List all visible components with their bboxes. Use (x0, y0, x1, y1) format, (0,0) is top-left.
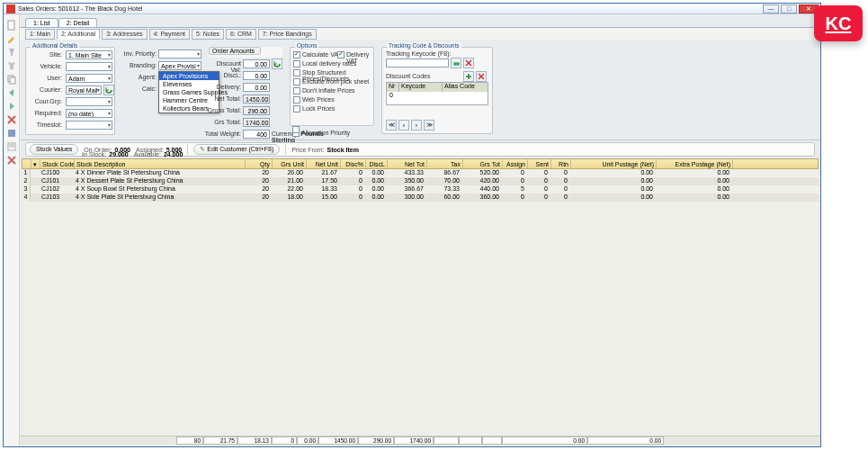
agent-label: Agent: (119, 74, 157, 80)
tab-crm[interactable]: 6: CRM (226, 29, 256, 40)
tab-addresses[interactable]: 3: Addresses (102, 29, 147, 40)
grid-header: ▾ Stock Code Stock Description Qty Grs U… (22, 158, 819, 169)
discl-input[interactable]: 0.00 (243, 71, 270, 80)
foot-tax: 290.00 (358, 436, 394, 445)
courier-refresh-button[interactable] (103, 85, 114, 95)
calculate-vat-check[interactable] (293, 51, 300, 58)
hdr-sent[interactable]: Sent (528, 159, 551, 168)
available-value: 24.000 (164, 151, 183, 158)
tab-list[interactable]: 1: List (25, 18, 58, 27)
courier-combo[interactable]: Royal Mail (66, 86, 102, 94)
new-icon[interactable] (6, 20, 17, 31)
minimize-button[interactable]: — (763, 4, 779, 14)
shirt-icon[interactable] (6, 60, 17, 71)
ntotal-value: 1450.00 (243, 94, 270, 104)
exclude-pick-label: Exclude from pick sheet (302, 78, 369, 85)
disc-hdr-alias: Alias Code (443, 83, 488, 92)
hdr-qty[interactable]: Qty (246, 159, 273, 168)
foot-gru: 21.75 (203, 436, 237, 445)
foot-ep: 0.00 (587, 436, 664, 445)
discount-delete-button[interactable] (476, 71, 487, 82)
lock-prices-check[interactable] (293, 105, 300, 112)
calc-label: Calc: (119, 86, 157, 92)
hdr-extra-postage[interactable]: Extra Postage (Net) (657, 159, 733, 168)
hdr-net-tot[interactable]: Net Tot (388, 159, 427, 168)
required-combo[interactable]: (no date) (66, 109, 112, 118)
stop-structured-check[interactable] (293, 69, 300, 76)
table-row[interactable]: 4CJ1034 X Side Plate St Petersburg China… (22, 194, 819, 202)
options-group: Options Calculate VAT Delivery VAT Local… (290, 47, 374, 126)
discount-add-button[interactable] (463, 71, 474, 82)
stock-values-button[interactable]: Stock Values (30, 144, 78, 155)
disc-last-button[interactable]: ≫ (424, 120, 434, 130)
allocation-priority-check2[interactable] (292, 126, 300, 133)
discount-grid[interactable]: Nr Keycode Alias Code 0 (386, 82, 488, 105)
tab-additional[interactable]: 2: Additional (57, 29, 100, 40)
foot-asn (434, 436, 459, 445)
courgrp-combo[interactable] (66, 97, 112, 106)
save-icon[interactable] (6, 128, 17, 139)
tab-price-bandings[interactable]: 7: Price Bandings (258, 29, 317, 40)
delivery-vat-check[interactable] (337, 51, 345, 58)
table-row[interactable]: 2CJ1014 X Dessert Plate St Petersburg Ch… (22, 177, 819, 185)
exclude-pick-check[interactable] (293, 78, 300, 86)
disc-hdr-nr: Nr (387, 83, 399, 92)
tab-notes[interactable]: 5: Notes (192, 29, 224, 40)
left-icon[interactable] (6, 87, 17, 98)
glass-icon[interactable] (6, 47, 17, 58)
table-row[interactable]: 1CJ1004 X Dinner Plate St Petersburg Chi… (22, 169, 819, 177)
hdr-rtn[interactable]: Rtn (551, 159, 571, 168)
tab-detail[interactable]: 2: Detail (58, 18, 98, 27)
local-delivery-check[interactable] (293, 60, 300, 68)
hdr-net-unit[interactable]: Net Unit (307, 159, 341, 168)
details-pane: Additional Details Site: 1. Main Site Ve… (20, 40, 820, 140)
keycode-delete-button[interactable] (463, 58, 474, 68)
site-combo[interactable]: 1. Main Site (66, 50, 112, 59)
line-items-grid[interactable]: ▾ Stock Code Stock Description Qty Grs U… (22, 158, 819, 446)
totalw-input[interactable]: 400 (243, 130, 270, 139)
table-row[interactable]: 3CJ1024 X Soup Bowl St Petersburg China2… (22, 185, 819, 194)
discount-codes-label: Discount Codes (386, 73, 430, 79)
tab-payment[interactable]: 4: Payment (149, 29, 190, 40)
required-label: Required: (35, 110, 62, 116)
branding-label: Branding: (119, 62, 157, 68)
keycode-input[interactable] (386, 58, 449, 68)
left-toolbar (4, 14, 20, 446)
user-combo[interactable]: Adam (66, 74, 112, 83)
disc-first-button[interactable]: ≪ (386, 120, 397, 130)
web-prices-check[interactable] (293, 96, 300, 104)
delivery-input[interactable]: 0.00 (243, 83, 270, 92)
disc-next-button[interactable]: › (411, 120, 422, 130)
keycode-find-button[interactable] (451, 58, 461, 68)
list-icon[interactable] (6, 141, 17, 152)
hdr-tax[interactable]: Tax (427, 159, 463, 168)
window-titlebar: Sales Orders: 501612 - The Black Dog Hot… (4, 4, 820, 14)
delete-icon[interactable] (6, 114, 17, 125)
hdr-disc[interactable]: DiscL (366, 159, 388, 168)
keycode-label: Tracking Keycode (F8): (386, 50, 452, 57)
hdr-grs-tot[interactable]: Grs Tot (463, 159, 503, 168)
dont-inflate-check[interactable] (293, 87, 300, 94)
right-icon[interactable] (6, 101, 17, 112)
cancel-icon[interactable] (6, 155, 17, 166)
hdr-stock-code[interactable]: Stock Code (40, 159, 75, 168)
branding-combo[interactable]: Apex Provisi (158, 61, 201, 70)
vehicle-combo[interactable] (66, 62, 112, 71)
maximize-button[interactable]: □ (781, 4, 797, 14)
edit-icon[interactable] (6, 33, 17, 44)
hdr-disc-pct[interactable]: Disc% (341, 159, 366, 168)
discval-refresh-button[interactable] (272, 58, 282, 69)
hdr-grs-unit[interactable]: Grs Unit (273, 159, 307, 168)
invpriority-combo[interactable] (158, 50, 201, 58)
disc-prev-button[interactable]: ‹ (398, 120, 409, 130)
discval-input[interactable]: 0.00 (243, 59, 270, 68)
foot-dpc: 0 (272, 436, 297, 445)
hdr-stock-desc[interactable]: Stock Description (75, 159, 246, 168)
timeslot-combo[interactable] (66, 121, 112, 130)
hdr-assign[interactable]: Assign (503, 159, 528, 168)
tab-main[interactable]: 1: Main (25, 29, 55, 40)
edit-customer-button[interactable]: ✎ Edit Customer (Ctrl+F8) (193, 144, 280, 155)
hdr-unit-postage[interactable]: Unit Postage (Net) (571, 159, 657, 168)
copy-icon[interactable] (6, 74, 17, 85)
site-label: Site: (49, 51, 62, 58)
